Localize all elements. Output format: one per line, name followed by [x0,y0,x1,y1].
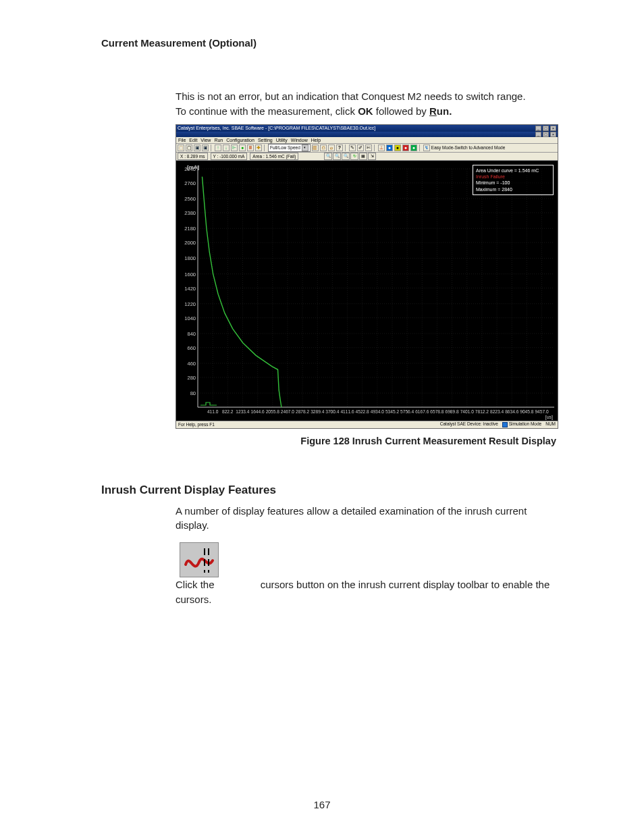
separator-icon [419,145,421,151]
pause-icon[interactable]: II [247,145,254,151]
up-icon[interactable]: ↑ [215,145,221,151]
intro-paragraph: This is not an error, but an indication … [176,89,556,119]
mdi-minimize-button[interactable]: _ [535,132,541,137]
new-icon[interactable]: ▢ [186,145,192,151]
svg-text:411.0: 411.0 [207,409,219,414]
mode-hint: Easy Mode-Switch to Advanced Mode [431,145,505,150]
svg-text:9045.8: 9045.8 [520,409,534,414]
status-sim: Simulation Mode [502,421,541,427]
menu-setting[interactable]: Setting [258,137,273,143]
separator-icon [264,145,266,151]
led-yellow-icon[interactable]: ● [394,145,401,151]
overlay-min: Minimum = -100 [476,180,550,186]
cursor-instruction: Click the cursors button on the inrush c… [176,542,556,607]
svg-text:2055.8: 2055.8 [266,409,280,414]
window-controls: _ □ × [535,126,556,131]
minimize-button[interactable]: _ [535,126,541,131]
svg-text:7812.2: 7812.2 [475,409,489,414]
export-icon[interactable]: ⇲ [368,153,376,160]
svg-text:3289.4: 3289.4 [311,409,325,414]
document-page: Current Measurement (Optional) This is n… [0,0,644,834]
svg-text:7401.0: 7401.0 [460,409,475,414]
svg-text:4522.8: 4522.8 [356,409,370,414]
svg-text:1420: 1420 [184,285,196,291]
help-icon[interactable]: ? [336,145,343,151]
svg-text:4934.0: 4934.0 [371,409,385,414]
section-header: Current Measurement (Optional) [101,37,556,49]
svg-text:8634.6: 8634.6 [505,409,519,414]
svg-text:840: 840 [187,330,196,336]
save2-icon[interactable]: ▣ [202,145,209,151]
intro-line2b: followed by [373,105,429,117]
statusbar: For Help, press F1 Catalyst SAE Device: … [176,421,558,428]
record-icon[interactable]: ● [239,145,246,151]
svg-text:1600: 1600 [184,271,196,277]
readouts-bar: X : 8.289 ms Y : -100.000 mA Area : 1.54… [176,153,558,161]
intro-line2a: To continue with the measurement, click [176,105,358,117]
figure-caption: Figure 128 Inrush Current Measurement Re… [176,436,556,446]
svg-text:2878.2: 2878.2 [296,409,310,414]
menu-run[interactable]: Run [214,137,223,143]
menu-help[interactable]: Help [311,137,321,143]
print-icon[interactable]: ⎙ [320,145,327,151]
zoom-out-icon[interactable]: 🔍 [333,153,341,160]
refresh-icon[interactable]: ↻ [350,153,358,160]
menu-view[interactable]: View [200,137,211,143]
marker-icon[interactable]: ✚ [255,145,262,151]
svg-text:1644.6: 1644.6 [251,409,265,414]
capture-icon[interactable]: ▥ [312,145,319,151]
mdi-close-button[interactable]: × [550,132,556,137]
svg-text:2000: 2000 [184,240,196,246]
open-icon[interactable]: ▢ [178,145,184,151]
separator-icon [211,145,213,151]
svg-text:9457.0: 9457.0 [535,409,549,414]
save-icon[interactable]: ▣ [194,145,200,151]
grid-icon[interactable]: ▦ [359,153,367,160]
svg-text:6578.8: 6578.8 [430,409,444,414]
tool-a-icon[interactable]: ✎ [349,145,356,151]
svg-text:1220: 1220 [184,301,196,307]
cursors-button-icon-wrap [180,542,219,577]
led-red-icon[interactable]: ● [402,145,409,151]
led-green-icon[interactable]: ● [410,145,417,151]
tool-c-icon[interactable]: ✄ [365,145,372,151]
menu-edit[interactable]: Edit [189,137,197,143]
find-icon[interactable]: ⌕ [328,145,335,151]
result-overlay: Area Under curve = 1.546 mC Inrush Failu… [473,165,554,196]
sim-dot-icon [502,422,508,427]
close-button[interactable]: × [550,126,556,131]
readout-area: Area : 1.546 mC (Fail) [250,153,298,160]
zoom-in-icon[interactable]: 🔍 [324,153,332,160]
menu-window[interactable]: Window [291,137,308,143]
plot-area[interactable]: [mA] 29402760256023802180200018001600142… [176,161,558,421]
svg-text:4111.6: 4111.6 [340,409,354,414]
mode-switch-icon[interactable]: ↯ [423,145,430,151]
svg-text:1233.4: 1233.4 [236,409,250,414]
svg-text:2940: 2940 [184,166,196,172]
page-number: 167 [0,799,644,810]
down-icon[interactable]: ↓ [223,145,230,151]
menu-config[interactable]: Configuration [226,137,254,143]
run-rest: un. [437,105,452,117]
mdi-maximize-button[interactable]: □ [543,132,549,137]
svg-text:822.2: 822.2 [222,409,234,414]
svg-text:2560: 2560 [184,196,196,202]
svg-text:2760: 2760 [184,180,196,186]
cursors-icon[interactable]: ⊩ [231,145,238,151]
axis-icon[interactable]: ⊥ [378,145,385,151]
menu-file[interactable]: File [178,137,186,143]
svg-text:2180: 2180 [184,226,196,232]
maximize-button[interactable]: □ [543,126,549,131]
zoom-fit-icon[interactable]: 🔍 [342,153,350,160]
svg-text:8223.4: 8223.4 [490,409,504,414]
features-intro: A number of display features allow a det… [176,504,556,533]
tool-b-icon[interactable]: ✐ [357,145,364,151]
status-num: NUM [545,421,556,427]
speed-combo[interactable]: Full/Low Speed ▾ [268,144,311,152]
main-toolbar: ▢ ▢ ▣ ▣ ↑ ↓ ⊩ ● II ✚ Full/Low Speed ▾ ▥ … [176,144,558,153]
cursors-button-icon[interactable] [180,542,219,577]
led-blue-icon[interactable]: ● [386,145,393,151]
svg-rect-0 [176,161,558,421]
menu-utility[interactable]: Utility [276,137,288,143]
titlebar: Catalyst Enterprises, Inc. SBAE Software… [176,125,558,132]
